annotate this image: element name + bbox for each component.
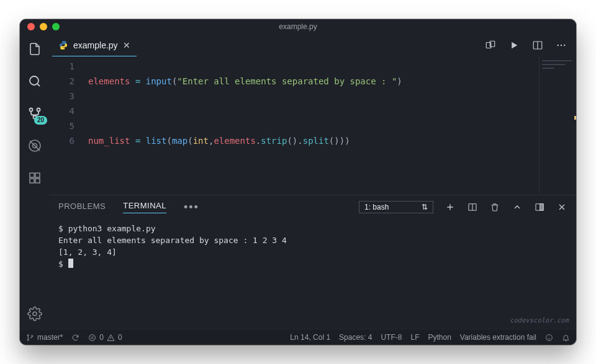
panel: PROBLEMS TERMINAL ••• 1: bash ⇅ [50, 195, 576, 330]
code-editor[interactable]: 1 2 3 4 5 6 elements = input("Enter all … [50, 56, 539, 195]
status-message[interactable]: Variables extraction fail [460, 333, 536, 342]
line-number-gutter: 1 2 3 4 5 6 [50, 59, 84, 195]
split-editor-icon[interactable] [531, 39, 544, 51]
svg-point-24 [546, 334, 553, 340]
svg-point-15 [561, 45, 562, 46]
dropdown-arrows-icon: ⇅ [422, 203, 428, 211]
error-icon [88, 334, 96, 342]
editor-group: example.py ✕ 1 2 3 4 [50, 34, 576, 330]
svg-point-16 [564, 45, 565, 46]
tab-close-icon[interactable]: ✕ [123, 40, 130, 50]
line-number: 4 [50, 104, 74, 118]
editor-tabs: example.py ✕ [50, 34, 576, 56]
window-title: example.py [20, 22, 576, 31]
svg-rect-6 [30, 173, 34, 177]
svg-point-21 [27, 339, 29, 340]
git-branch-status[interactable]: master* [26, 333, 63, 342]
search-icon[interactable] [26, 73, 43, 90]
editor-area: 1 2 3 4 5 6 elements = input("Enter all … [50, 56, 576, 195]
terminal-selector-label: 1: bash [364, 203, 389, 211]
feedback-icon[interactable] [545, 334, 553, 342]
close-panel-icon[interactable] [556, 202, 567, 213]
svg-point-20 [27, 334, 29, 335]
line-number: 3 [50, 89, 74, 104]
vscode-window: example.py 20 [20, 19, 576, 345]
tab-label: example.py [73, 40, 118, 50]
python-file-icon [58, 40, 68, 50]
status-bar: master* 0 0 Ln 14, Col 1 Spaces: 4 UTF-8… [20, 330, 576, 345]
terminal-output[interactable]: $ python3 example.py Enter all elements … [50, 219, 576, 330]
compare-changes-icon[interactable] [484, 39, 497, 51]
line-number: 2 [50, 74, 74, 89]
warning-count: 0 [118, 333, 122, 342]
panel-tabs: PROBLEMS TERMINAL ••• 1: bash ⇅ [50, 195, 576, 219]
code-content: elements = input("Enter all elements sep… [84, 59, 539, 195]
cursor-position[interactable]: Ln 14, Col 1 [290, 333, 330, 342]
svg-point-10 [33, 312, 37, 316]
extensions-icon[interactable] [26, 169, 43, 187]
terminal-cursor [68, 259, 73, 268]
svg-point-1 [30, 109, 33, 112]
minimap[interactable] [539, 56, 576, 195]
watermark: codevscolor.com [510, 314, 569, 326]
editor-actions [484, 39, 576, 51]
svg-rect-19 [540, 204, 543, 211]
svg-rect-9 [35, 179, 40, 183]
svg-rect-7 [35, 173, 40, 177]
notifications-icon[interactable] [562, 334, 570, 342]
svg-point-2 [37, 109, 40, 112]
indentation-status[interactable]: Spaces: 4 [339, 333, 372, 342]
panel-more-icon[interactable]: ••• [184, 201, 199, 214]
body: 20 example.py ✕ [20, 34, 576, 330]
settings-gear-icon[interactable] [26, 305, 43, 322]
svg-point-14 [558, 45, 559, 46]
language-mode[interactable]: Python [428, 333, 451, 342]
more-actions-icon[interactable] [555, 39, 567, 51]
activity-bar: 20 [20, 34, 50, 330]
line-number: 1 [50, 59, 74, 74]
split-terminal-icon[interactable] [467, 202, 478, 213]
titlebar: example.py [20, 19, 576, 34]
svg-rect-8 [30, 179, 34, 183]
line-number: 5 [50, 118, 74, 133]
encoding-status[interactable]: UTF-8 [381, 333, 402, 342]
scm-badge: 20 [34, 116, 47, 125]
problems-status[interactable]: 0 0 [88, 333, 122, 342]
warning-icon [107, 334, 115, 342]
panel-tab-terminal[interactable]: TERMINAL [123, 201, 166, 213]
panel-tab-problems[interactable]: PROBLEMS [58, 202, 106, 213]
svg-point-22 [32, 335, 33, 336]
branch-name: master* [37, 333, 63, 342]
editor-tab-example[interactable]: example.py ✕ [52, 34, 137, 56]
run-icon[interactable] [508, 39, 520, 51]
terminal-selector[interactable]: 1: bash ⇅ [359, 201, 433, 213]
line-number: 6 [50, 133, 74, 148]
eol-status[interactable]: LF [410, 333, 419, 342]
sync-icon [71, 334, 79, 342]
source-control-icon[interactable]: 20 [26, 105, 43, 122]
toggle-panel-icon[interactable] [534, 202, 545, 213]
kill-terminal-icon[interactable] [489, 202, 500, 213]
svg-point-0 [30, 76, 38, 85]
sync-status[interactable] [71, 334, 79, 342]
error-count: 0 [99, 333, 104, 342]
maximize-panel-icon[interactable] [512, 202, 523, 213]
debug-icon[interactable] [26, 137, 43, 154]
new-terminal-icon[interactable] [445, 202, 456, 213]
git-branch-icon [26, 334, 34, 342]
explorer-icon[interactable] [26, 40, 43, 58]
